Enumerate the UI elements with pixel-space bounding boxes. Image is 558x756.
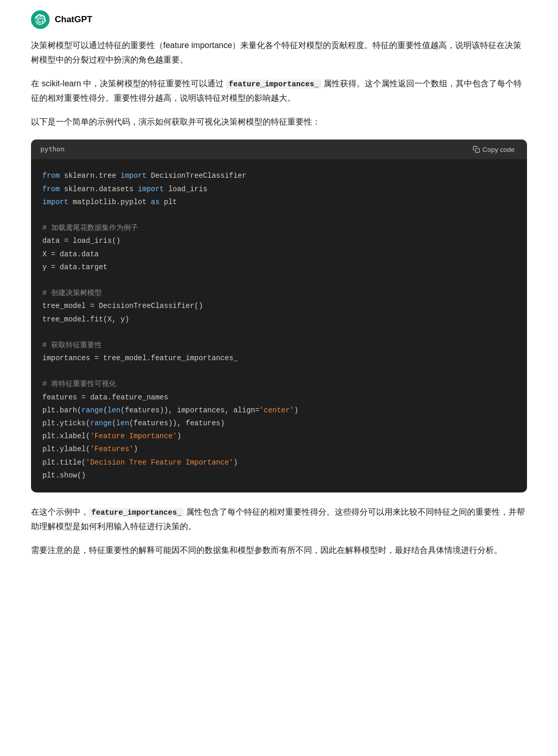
- svg-rect-0: [475, 149, 479, 153]
- paragraph-2: 在 scikit-learn 中，决策树模型的特征重要性可以通过 feature…: [31, 76, 527, 105]
- header: ChatGPT: [31, 10, 527, 29]
- code-content: from sklearn.tree import DecisionTreeCla…: [31, 159, 527, 492]
- code-block: python Copy code from sklearn.tree impor…: [31, 140, 527, 492]
- copy-code-button[interactable]: Copy code: [470, 145, 518, 155]
- main-container: ChatGPT 决策树模型可以通过特征的重要性（feature importan…: [0, 0, 558, 588]
- paragraph-3: 以下是一个简单的示例代码，演示如何获取并可视化决策树模型的特征重要性：: [31, 115, 527, 129]
- paragraph-5: 需要注意的是，特征重要性的解释可能因不同的数据集和模型参数而有所不同，因此在解释…: [31, 543, 527, 558]
- code-header: python Copy code: [31, 140, 527, 159]
- paragraph-1: 决策树模型可以通过特征的重要性（feature importance）来量化各个…: [31, 38, 527, 67]
- chatgpt-icon: [35, 14, 46, 25]
- app-title: ChatGPT: [55, 12, 92, 27]
- chatgpt-logo: [31, 10, 50, 29]
- inline-code-2: feature_importances_: [89, 508, 184, 517]
- paragraph-4: 在这个示例中，feature_importances_ 属性包含了每个特征的相对…: [31, 505, 527, 534]
- code-language: python: [40, 144, 65, 155]
- copy-icon: [473, 146, 480, 153]
- inline-code-1: feature_importances_: [226, 80, 321, 89]
